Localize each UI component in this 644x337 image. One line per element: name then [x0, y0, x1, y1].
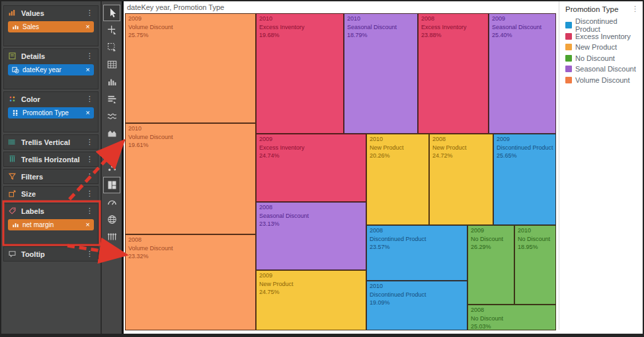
treemap-tile[interactable]: 2009Seasonal Discount25.40% — [489, 13, 556, 134]
legend-item[interactable]: Excess Inventory — [565, 31, 640, 42]
treemap-tile[interactable]: 2008Discontinued Product23.57% — [366, 225, 467, 281]
panel-menu-button[interactable]: ⋮ — [85, 95, 95, 103]
tool-gauge[interactable] — [103, 194, 120, 211]
tool-line-chart[interactable] — [103, 108, 120, 124]
treemap-tile[interactable]: 2008Volume Discount23.32% — [125, 234, 256, 330]
tile-net-margin: 25.40% — [492, 31, 553, 40]
panel-menu-button[interactable]: ⋮ — [85, 156, 95, 163]
remove-field-button[interactable]: × — [86, 109, 90, 117]
tool-pie-chart[interactable] — [103, 142, 120, 159]
treemap-tile[interactable]: 2008New Product24.72% — [429, 134, 493, 225]
field-pill-sales[interactable]: Sales× — [8, 21, 94, 32]
panel-header[interactable]: Values⋮ — [4, 6, 98, 20]
tile-category: Volume Discount — [128, 133, 253, 142]
tile-category: Excess Inventory — [259, 144, 363, 152]
remove-field-button[interactable]: × — [86, 66, 90, 73]
tool-crosshair[interactable] — [103, 22, 120, 38]
tile-category: Seasonal Discount — [347, 23, 415, 32]
panel-menu-button[interactable]: ⋮ — [85, 190, 95, 197]
panel-header[interactable]: Labels⋮ — [4, 204, 98, 218]
tile-year: 2009 — [471, 226, 511, 235]
legend-item[interactable]: No Discount — [565, 53, 640, 64]
field-pill-datekey-year[interactable]: dateKey year× — [8, 64, 94, 75]
panel-label: Size — [21, 190, 36, 198]
tile-net-margin: 25.75% — [128, 31, 253, 40]
tile-net-margin: 19.09% — [370, 299, 464, 307]
field-pill-promotion-type[interactable]: Promotion Type× — [8, 107, 94, 119]
panel-header[interactable]: Color⋮ — [4, 92, 98, 106]
grid-dots-icon — [12, 109, 19, 117]
treemap-tile[interactable]: 2008Excess Inventory23.88% — [418, 13, 489, 134]
panel-header[interactable]: Trellis Horizontal⋮ — [4, 152, 98, 166]
panel-label: Color — [21, 95, 40, 103]
tile-year: 2009 — [497, 135, 553, 144]
treemap-tile[interactable]: 2008Seasonal Discount23.13% — [256, 202, 366, 270]
panel-label: Labels — [21, 207, 44, 215]
treemap-tile[interactable]: 2010Volume Discount19.61% — [125, 123, 256, 234]
panel-header[interactable]: Details⋮ — [4, 49, 98, 63]
panel-menu-button[interactable]: ⋮ — [85, 250, 95, 258]
treemap-tile[interactable]: 2009No Discount26.29% — [467, 225, 514, 305]
treemap-tile[interactable]: 2009Volume Discount25.75% — [125, 13, 256, 123]
remove-field-button[interactable]: × — [86, 23, 90, 30]
legend-swatch — [565, 22, 572, 28]
field-pill-net-margin[interactable]: net margin× — [8, 219, 94, 230]
panel-label: Details — [21, 52, 45, 60]
tool-pointer[interactable] — [103, 5, 120, 21]
tool-scatter[interactable] — [103, 160, 120, 176]
legend-item[interactable]: Seasonal Discount — [565, 64, 640, 75]
treemap-tile[interactable]: 2010Discontinued Product19.09% — [366, 281, 467, 330]
treemap-tile[interactable]: 2009New Product24.75% — [256, 270, 366, 330]
panel-menu-button[interactable]: ⋮ — [85, 52, 95, 60]
tool-treemap[interactable] — [103, 177, 120, 193]
chart-type-toolbar: fx — [102, 1, 124, 334]
tile-net-margin: 20.26% — [370, 152, 426, 160]
tool-globe[interactable] — [103, 211, 120, 228]
panel-menu-button[interactable]: ⋮ — [85, 207, 95, 215]
sliders-icon — [106, 231, 118, 242]
tool-rows[interactable] — [103, 91, 120, 107]
tile-year: 2008 — [259, 203, 363, 212]
tile-category: Volume Discount — [128, 244, 253, 253]
tile-year: 2009 — [259, 135, 363, 144]
panel-menu-button[interactable]: ⋮ — [85, 9, 95, 17]
legend-item[interactable]: Volume Discount — [565, 75, 640, 86]
treemap-tile[interactable]: 2009Discontinued Product25.65% — [493, 134, 556, 225]
treemap-tile[interactable]: 2010Seasonal Discount18.79% — [344, 13, 418, 134]
tile-year: 2008 — [421, 15, 485, 23]
panel-header[interactable]: Size⋮ — [4, 187, 98, 201]
treemap-tile[interactable]: 2008No Discount25.03% — [467, 305, 556, 330]
treemap-tile[interactable]: 2010Excess Inventory19.68% — [256, 13, 344, 134]
panel-header[interactable]: Tooltip⋮ — [4, 247, 98, 261]
tile-category: New Product — [432, 144, 490, 152]
tool-sliders[interactable] — [103, 228, 120, 245]
rows-icon — [106, 93, 118, 105]
legend-item[interactable]: New Product — [565, 42, 640, 53]
crosshair-icon — [106, 24, 118, 36]
values-icon — [8, 9, 17, 17]
panel-menu-button[interactable]: ⋮ — [85, 173, 95, 180]
tile-net-margin: 24.75% — [259, 288, 363, 297]
legend-swatch — [565, 44, 572, 50]
panel-menu-button[interactable]: ⋮ — [85, 138, 95, 146]
tile-year: 2008 — [471, 306, 553, 314]
tool-grid[interactable] — [103, 56, 120, 73]
legend-item[interactable]: Discontinued Product — [565, 20, 640, 31]
panel-label: Tooltip — [21, 250, 45, 258]
panel-header[interactable]: Trellis Vertical⋮ — [4, 135, 98, 149]
treemap-tile[interactable]: 2010No Discount18.95% — [514, 225, 556, 305]
tool-bar-chart[interactable] — [103, 73, 120, 90]
treemap-tile[interactable]: 2009Excess Inventory24.74% — [256, 134, 366, 202]
remove-field-button[interactable]: × — [86, 221, 90, 228]
tool-fx-chart[interactable]: fx — [103, 246, 120, 262]
tile-year: 2009 — [492, 15, 553, 23]
tool-area-chart[interactable] — [103, 125, 120, 142]
tile-net-margin: 26.29% — [471, 243, 511, 252]
legend-label: Volume Discount — [575, 76, 630, 84]
legend-menu-button[interactable]: ⋮ — [630, 5, 640, 13]
treemap-tile[interactable]: 2010New Product20.26% — [366, 134, 429, 225]
legend-swatch — [565, 33, 572, 40]
panel-label: Filters — [21, 173, 43, 181]
panel-header[interactable]: Filters⋮ — [4, 169, 98, 183]
tool-lasso[interactable] — [103, 39, 120, 56]
